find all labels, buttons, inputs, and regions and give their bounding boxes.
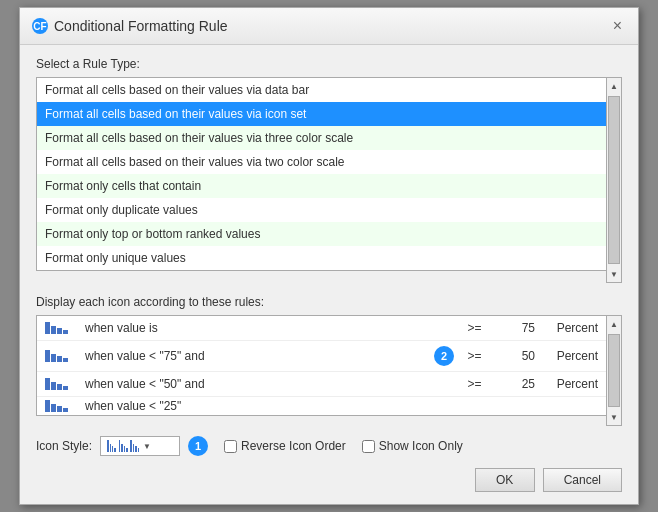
bar-icon-4	[45, 400, 77, 412]
rule-item-data-bar[interactable]: Format all cells based on their values v…	[37, 78, 606, 102]
show-icon-only-checkbox[interactable]	[362, 440, 375, 453]
rule-item-contain[interactable]: Format only cells that contain	[37, 174, 606, 198]
icon-rule-row-4: when value < "25"	[37, 397, 606, 415]
unit-1: Percent	[543, 321, 598, 335]
rule-item-icon-set[interactable]: Format all cells based on their values v…	[37, 102, 606, 126]
operator-1: >=	[462, 321, 487, 335]
title-bar-left: CF Conditional Formatting Rule	[32, 18, 228, 34]
icon-rule-row-3: when value < "50" and >= 25 Percent	[37, 372, 606, 397]
icon-rules-scrollbar[interactable]: ▲ ▼	[606, 315, 622, 426]
icon-style-label: Icon Style:	[36, 439, 92, 453]
rule-item-duplicate[interactable]: Format only duplicate values	[37, 198, 606, 222]
value-2: 50	[495, 349, 535, 363]
dialog-icon: CF	[32, 18, 48, 34]
rule-item-three-color[interactable]: Format all cells based on their values v…	[37, 126, 606, 150]
bottom-controls: Icon Style: ▼	[36, 436, 622, 456]
icon-scroll-down-arrow[interactable]: ▼	[607, 409, 621, 425]
rule-list-scrollbar[interactable]: ▲ ▼	[606, 77, 622, 283]
icon-rules-label: Display each icon according to these rul…	[36, 295, 622, 309]
show-icon-only-group: Show Icon Only	[362, 439, 463, 453]
scroll-down-arrow[interactable]: ▼	[607, 266, 621, 282]
rule-text-4: when value < "25"	[85, 399, 598, 413]
bar-icon-3	[45, 378, 77, 390]
reverse-icon-order-group: Reverse Icon Order	[224, 439, 346, 453]
unit-2: Percent	[543, 349, 598, 363]
rule-text-1: when value is	[85, 321, 454, 335]
scrollbar-thumb[interactable]	[608, 96, 620, 264]
reverse-icon-order-label: Reverse Icon Order	[241, 439, 346, 453]
button-row: OK Cancel	[36, 468, 622, 492]
dialog-title: Conditional Formatting Rule	[54, 18, 228, 34]
icon-rules-list: when value is >= 75 Percent when value <…	[36, 315, 606, 416]
icon-scrollbar-thumb[interactable]	[608, 334, 620, 407]
value-1: 75	[495, 321, 535, 335]
badge-2: 2	[434, 346, 454, 366]
icon-rule-row-1: when value is >= 75 Percent	[37, 316, 606, 341]
rule-type-label: Select a Rule Type:	[36, 57, 622, 71]
bar-icon-1	[45, 322, 77, 334]
bar-icon-2	[45, 350, 77, 362]
conditional-formatting-dialog: CF Conditional Formatting Rule × Select …	[19, 7, 639, 505]
value-3: 25	[495, 377, 535, 391]
operator-3: >=	[462, 377, 487, 391]
icon-rule-row-2: when value < "75" and 2 >= 50 Percent	[37, 341, 606, 372]
dialog-body: Select a Rule Type: Format all cells bas…	[20, 45, 638, 504]
badge-1: 1	[188, 436, 208, 456]
rule-item-unique[interactable]: Format only unique values	[37, 246, 606, 270]
operator-2: >=	[462, 349, 487, 363]
rule-type-list: Format all cells based on their values v…	[36, 77, 606, 271]
rule-text-2: when value < "75" and	[85, 349, 426, 363]
title-bar: CF Conditional Formatting Rule ×	[20, 8, 638, 45]
rule-text-3: when value < "50" and	[85, 377, 454, 391]
cancel-button[interactable]: Cancel	[543, 468, 622, 492]
reverse-icon-order-checkbox[interactable]	[224, 440, 237, 453]
rule-item-two-color[interactable]: Format all cells based on their values v…	[37, 150, 606, 174]
icon-style-select[interactable]: ▼	[100, 436, 180, 456]
icon-style-dropdown-arrow: ▼	[143, 442, 151, 451]
rule-item-top-bottom[interactable]: Format only top or bottom ranked values	[37, 222, 606, 246]
icon-scroll-up-arrow[interactable]: ▲	[607, 316, 621, 332]
show-icon-only-label: Show Icon Only	[379, 439, 463, 453]
scroll-up-arrow[interactable]: ▲	[607, 78, 621, 94]
close-button[interactable]: ×	[609, 16, 626, 36]
icon-style-preview	[107, 440, 139, 452]
ok-button[interactable]: OK	[475, 468, 535, 492]
unit-3: Percent	[543, 377, 598, 391]
